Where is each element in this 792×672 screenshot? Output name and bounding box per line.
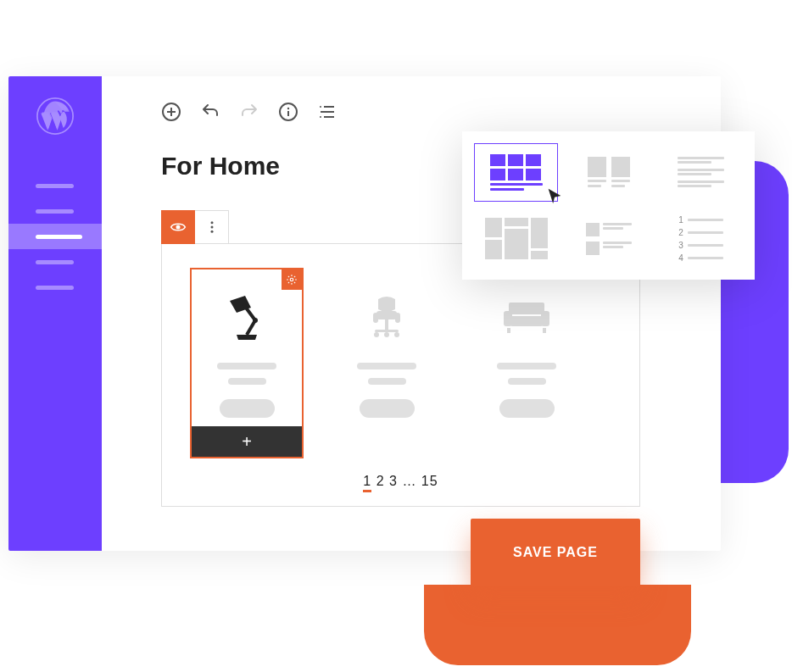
sidebar [8, 76, 102, 551]
numbered-3: 3 [678, 241, 683, 250]
redo-button[interactable] [239, 102, 259, 122]
product-card-3[interactable] [471, 269, 582, 457]
product-card-1[interactable]: + [192, 269, 302, 457]
svg-rect-32 [507, 328, 510, 333]
outline-button[interactable] [317, 102, 337, 122]
wordpress-logo-icon [36, 97, 74, 135]
more-vertical-icon [204, 219, 220, 235]
svg-point-10 [320, 106, 321, 108]
svg-rect-22 [395, 313, 400, 323]
sofa-icon [497, 291, 556, 342]
sidebar-item-3[interactable] [8, 224, 102, 249]
page-1[interactable]: 1 [363, 474, 371, 492]
svg-point-12 [176, 225, 181, 230]
skeleton-line [368, 378, 406, 385]
save-page-label: SAVE PAGE [513, 545, 598, 560]
numbered-2: 2 [678, 228, 683, 237]
chair-icon [361, 291, 412, 342]
page-2[interactable]: 2 [376, 474, 385, 488]
svg-point-25 [374, 332, 379, 337]
sidebar-item-5[interactable] [8, 275, 102, 300]
svg-rect-21 [373, 313, 378, 323]
svg-rect-31 [510, 316, 543, 326]
svg-rect-24 [375, 330, 399, 332]
layout-option-numbered[interactable]: 1 2 3 4 [660, 211, 742, 268]
svg-point-16 [290, 278, 293, 281]
svg-rect-28 [509, 303, 544, 314]
svg-point-5 [287, 108, 289, 109]
svg-point-15 [210, 230, 213, 233]
editor-toolbar [161, 102, 721, 122]
svg-point-11 [320, 116, 321, 118]
layout-picker-popup: 1 2 3 4 [462, 131, 755, 280]
numbered-4: 4 [678, 253, 683, 263]
decorative-orange-card [424, 585, 691, 665]
skeleton-pill [220, 399, 275, 418]
eye-icon [170, 219, 187, 236]
add-item-button[interactable]: + [192, 426, 302, 457]
layout-option-rows[interactable] [567, 211, 650, 268]
skeleton-line [357, 363, 416, 369]
svg-point-27 [384, 332, 389, 337]
svg-point-26 [394, 332, 399, 337]
skeleton-line [217, 363, 276, 369]
products-block[interactable]: + [161, 243, 640, 507]
page-3[interactable]: 3 [389, 474, 398, 488]
layout-option-list[interactable] [660, 144, 742, 201]
svg-rect-20 [376, 311, 397, 319]
svg-point-13 [210, 221, 213, 224]
block-preview-button[interactable] [161, 210, 195, 244]
product-settings-button[interactable] [282, 269, 302, 290]
skeleton-pill [360, 399, 415, 418]
svg-point-19 [253, 318, 258, 323]
lamp-icon [221, 291, 272, 342]
svg-point-14 [210, 226, 213, 229]
page-15[interactable]: 15 [421, 474, 438, 488]
skeleton-line [497, 363, 556, 369]
gear-icon [286, 274, 298, 286]
layout-option-masonry[interactable] [475, 211, 557, 268]
skeleton-line [508, 378, 546, 385]
numbered-1: 1 [678, 215, 683, 225]
add-block-button[interactable] [161, 102, 181, 122]
svg-rect-33 [543, 328, 546, 333]
info-button[interactable] [278, 102, 298, 122]
sidebar-item-4[interactable] [8, 249, 102, 275]
save-page-button[interactable]: SAVE PAGE [471, 519, 640, 586]
plus-icon: + [242, 432, 252, 452]
undo-button[interactable] [200, 102, 220, 122]
pagination: 1 2 3 … 15 [192, 474, 610, 489]
sidebar-item-2[interactable] [8, 198, 102, 224]
layout-option-cards[interactable] [567, 144, 650, 201]
cursor-icon [545, 186, 564, 205]
layout-option-grid[interactable] [475, 144, 557, 201]
skeleton-pill [499, 399, 555, 418]
svg-rect-23 [385, 319, 388, 330]
block-more-button[interactable] [195, 210, 229, 244]
product-card-2[interactable] [332, 269, 442, 457]
page-ellipsis: … [402, 474, 416, 488]
skeleton-line [228, 378, 266, 385]
sidebar-item-1[interactable] [8, 173, 102, 198]
